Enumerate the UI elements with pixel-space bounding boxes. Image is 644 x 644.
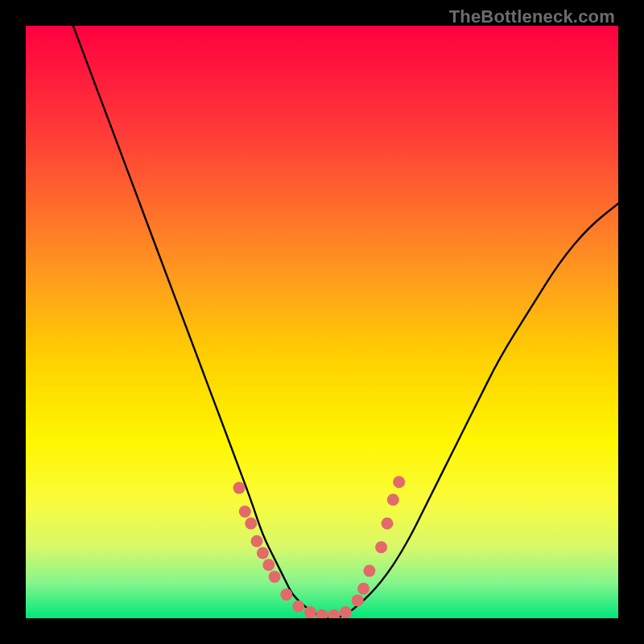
marker-dot — [292, 601, 304, 613]
marker-dot — [239, 506, 251, 518]
marker-dot — [375, 541, 387, 553]
chart-container: TheBottleneck.com — [0, 0, 644, 644]
curve-svg — [26, 26, 618, 618]
marker-dot — [387, 493, 399, 506]
marker-dot — [328, 609, 340, 618]
marker-dot — [316, 609, 328, 618]
marker-dot — [251, 535, 263, 547]
marker-dots — [233, 476, 406, 618]
marker-dot — [382, 518, 394, 530]
marker-dot — [245, 518, 257, 530]
plot-area — [26, 26, 618, 618]
watermark-text: TheBottleneck.com — [449, 6, 615, 27]
marker-dot — [233, 482, 246, 494]
marker-dot — [280, 588, 292, 601]
marker-dot — [269, 571, 281, 583]
marker-dot — [393, 476, 405, 488]
marker-dot — [363, 565, 375, 577]
marker-dot — [262, 559, 275, 571]
bottleneck-curve — [73, 26, 618, 618]
marker-dot — [357, 583, 369, 595]
marker-dot — [352, 594, 364, 606]
marker-dot — [304, 606, 316, 618]
marker-dot — [257, 547, 269, 559]
marker-dot — [340, 606, 352, 618]
